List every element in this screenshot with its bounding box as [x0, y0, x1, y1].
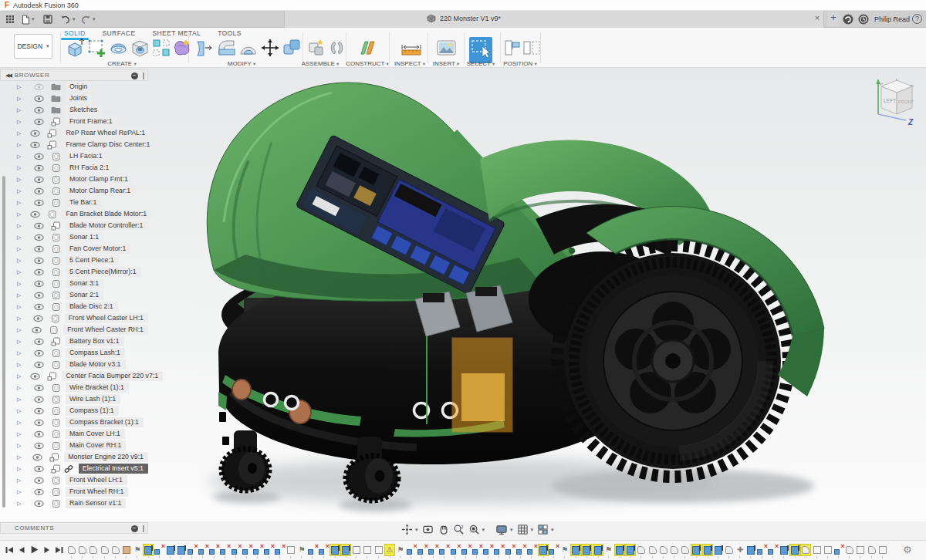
expand-arrow-icon[interactable]: ▷	[17, 466, 25, 472]
expand-arrow-icon[interactable]: ▷	[17, 269, 25, 275]
body-feature-icon[interactable]	[362, 544, 373, 556]
joint-feature-icon[interactable]	[593, 544, 603, 556]
broken-link-feature-icon[interactable]: ×	[198, 544, 208, 556]
expand-arrow-icon[interactable]: ▷	[17, 385, 25, 391]
undo-icon[interactable]: ▾	[60, 13, 76, 25]
viewport[interactable]: LEFT FRONT Z ◀◀ BROWSER − ▷Origin▷Joints…	[0, 68, 926, 521]
browser-item[interactable]: ▷Fan Cover Motor:1	[0, 243, 148, 255]
broken-link-feature-icon[interactable]: ×	[526, 544, 537, 556]
warning-feature-icon[interactable]: ⚠	[384, 544, 395, 556]
joint-feature-icon[interactable]	[789, 544, 800, 556]
joint-feature-icon[interactable]	[538, 544, 549, 556]
joint-feature-icon[interactable]	[143, 544, 154, 556]
comments-grip[interactable]	[143, 525, 144, 532]
browser-item[interactable]: ▷Sonar 1:1	[0, 231, 148, 243]
joint-feature-icon[interactable]	[702, 544, 713, 556]
sketch-feature-icon[interactable]	[724, 544, 735, 556]
expand-arrow-icon[interactable]: ▷	[17, 327, 22, 333]
sketch-feature-icon[interactable]	[77, 544, 88, 556]
file-menu-icon[interactable]: ▾	[22, 13, 35, 25]
group-label-assemble[interactable]: ASSEMBLE ▾	[302, 60, 340, 67]
broken-link-feature-icon[interactable]: ×	[515, 544, 526, 556]
expand-arrow-icon[interactable]: ▷	[17, 84, 25, 90]
expand-arrow-icon[interactable]: ▷	[17, 350, 25, 356]
broken-link-feature-icon[interactable]: ×	[406, 544, 417, 556]
browser-item[interactable]: ▷Motor Clamp Frnt:1	[0, 174, 148, 185]
position-capture-icon[interactable]: ⚑	[559, 544, 570, 556]
hole-icon[interactable]	[130, 37, 150, 62]
zoom-icon[interactable]: 2	[453, 524, 465, 535]
broken-link-feature-icon[interactable]: ×	[428, 544, 439, 556]
sketch-feature-icon[interactable]	[680, 544, 691, 556]
capture-position-icon[interactable]	[503, 37, 522, 62]
broken-link-feature-icon[interactable]: ×	[483, 544, 494, 556]
browser-item[interactable]: ▷5 Cent Piece(Mirror):1	[0, 266, 148, 278]
browser-item[interactable]: ▷Wire Bracket (1):1	[0, 382, 148, 393]
expand-arrow-icon[interactable]: ▷	[17, 489, 25, 495]
comments-header[interactable]: ◀◀ COMMENTS −	[0, 522, 148, 534]
joint-feature-icon[interactable]	[614, 544, 625, 556]
broken-link-feature-icon[interactable]: ×	[319, 544, 330, 556]
position-capture-icon[interactable]: ⚑	[603, 544, 614, 556]
combine-icon[interactable]	[281, 37, 302, 62]
joint-feature-icon[interactable]	[745, 544, 756, 556]
sketch-feature-icon[interactable]	[658, 544, 669, 556]
revolve-icon[interactable]	[108, 37, 129, 62]
expand-arrow-icon[interactable]: ▷	[17, 223, 25, 229]
workspace-selector[interactable]: DESIGN▾	[14, 34, 52, 59]
position-capture-icon[interactable]: ⚑	[296, 544, 307, 556]
create-form-icon[interactable]	[171, 37, 193, 62]
broken-link-feature-icon[interactable]: ×	[307, 544, 318, 556]
panel-grip[interactable]	[143, 73, 144, 79]
joint-feature-icon[interactable]	[625, 544, 636, 556]
browser-item[interactable]: ▷Joints	[0, 93, 148, 104]
shell-icon[interactable]	[238, 37, 259, 62]
broken-link-feature-icon[interactable]: ×	[252, 544, 263, 556]
expand-arrow-icon[interactable]: ▷	[17, 373, 21, 380]
broken-link-feature-icon[interactable]: ×	[439, 544, 450, 556]
orbit-icon[interactable]: ▾	[401, 524, 418, 535]
sketch-feature-icon[interactable]	[647, 544, 658, 556]
sketch-feature-icon[interactable]	[800, 544, 811, 556]
expand-arrow-icon[interactable]: ▷	[17, 107, 25, 113]
expand-arrow-icon[interactable]: ▷	[17, 258, 25, 264]
visibility-eye-icon[interactable]	[29, 497, 44, 511]
joint-feature-icon[interactable]	[713, 544, 724, 556]
expand-arrow-icon[interactable]: ▷	[17, 234, 25, 241]
broken-link-feature-icon[interactable]: ×	[264, 544, 275, 556]
notification-clock-icon[interactable]	[858, 14, 869, 25]
data-panel-grid-icon[interactable]	[5, 13, 15, 25]
expand-arrow-icon[interactable]: ▷	[17, 396, 25, 403]
browser-header[interactable]: ◀◀ BROWSER −	[0, 69, 148, 81]
browser-item[interactable]: ▷Compass Bracket (1):1	[0, 417, 148, 428]
position-capture-icon[interactable]: ⚑	[132, 544, 143, 556]
browser-item[interactable]: ▷Blade Disc 2:1	[0, 301, 148, 312]
browser-item[interactable]: ▷Main Cover LH:1	[0, 428, 148, 440]
insert-canvas-icon[interactable]	[435, 37, 458, 62]
expand-arrow-icon[interactable]: ▷	[17, 211, 21, 218]
expand-arrow-icon[interactable]: ▷	[17, 408, 25, 414]
browser-item[interactable]: ▷Blade Motor v3:1	[0, 359, 148, 370]
browser-item[interactable]: ▷LH Facia:1	[0, 150, 148, 162]
broken-link-feature-icon[interactable]: ×	[505, 544, 515, 556]
broken-link-feature-icon[interactable]: ×	[833, 544, 844, 556]
browser-item[interactable]: ▷Battery Box v1:1	[0, 336, 148, 347]
expand-arrow-icon[interactable]: ▷	[17, 315, 24, 322]
joint-feature-icon[interactable]	[176, 544, 187, 556]
joint-feature-icon[interactable]	[165, 544, 176, 556]
fillet-icon[interactable]	[216, 37, 237, 62]
expand-arrow-icon[interactable]: ▷	[17, 119, 25, 125]
browser-item[interactable]: ▷Center Facia Bumper 220 v7:1	[0, 370, 148, 382]
browser-item[interactable]: ▷Motor Clamp Rear:1	[0, 185, 148, 197]
browser-item[interactable]: ▷Front Wheel Caster RH:1	[0, 324, 148, 336]
select-tool-icon[interactable]	[469, 37, 492, 63]
expand-arrow-icon[interactable]: ▷	[17, 177, 25, 183]
body-feature-icon[interactable]	[877, 544, 888, 556]
viewports-icon[interactable]: ▾	[537, 524, 554, 535]
create-sketch-icon[interactable]	[86, 37, 107, 62]
expand-arrow-icon[interactable]: ▷	[17, 96, 25, 102]
expand-arrow-icon[interactable]: ▷	[17, 362, 25, 368]
browser-item[interactable]: ▷Front Wheel LH:1	[0, 474, 148, 486]
browser-item[interactable]: ▷Frame Clamp Disc Center:1	[0, 139, 148, 150]
joint-feature-icon[interactable]	[779, 544, 789, 556]
